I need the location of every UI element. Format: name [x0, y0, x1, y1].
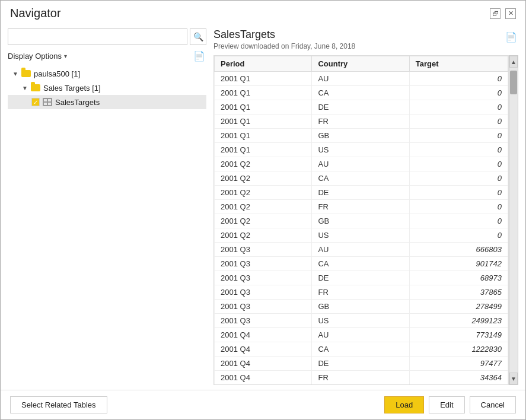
- table-cell: GB: [312, 385, 409, 386]
- table-row: 2001 Q1CA0: [215, 86, 508, 100]
- table-cell: 2001 Q4: [215, 357, 312, 371]
- table-cell: US: [312, 143, 409, 157]
- table-cell: DE: [312, 100, 409, 114]
- table-cell: 2001 Q2: [215, 157, 312, 171]
- title-bar: Navigator 🗗 ✕: [1, 1, 525, 24]
- table-cell: 2001 Q2: [215, 200, 312, 214]
- table-cell: 0: [409, 100, 508, 114]
- table-row: 2001 Q4FR34364: [215, 371, 508, 385]
- table-cell: 2001 Q4: [215, 328, 312, 342]
- search-button[interactable]: 🔍: [190, 28, 206, 45]
- tree-label-sales-targets: Sales Targets [1]: [43, 84, 101, 93]
- table-row: 2001 Q3DE68973: [215, 271, 508, 285]
- table-cell: 2001 Q1: [215, 143, 312, 157]
- scroll-track: [509, 68, 518, 373]
- table-cell: 1222830: [409, 342, 508, 357]
- scroll-thumb[interactable]: [510, 71, 517, 94]
- col-target: Target: [409, 56, 508, 72]
- preview-title: SalesTargets: [213, 28, 355, 41]
- display-options-button[interactable]: Display Options ▾: [8, 52, 67, 61]
- table-cell: US: [312, 228, 409, 243]
- tree-item-sales-targets-table[interactable]: ✓ SalesTargets: [8, 95, 206, 109]
- table-row: 2001 Q4GB246364: [215, 385, 508, 386]
- checkbox-checked-icon[interactable]: ✓: [31, 98, 40, 106]
- table-row: 2001 Q3US2499123: [215, 314, 508, 328]
- preview-subtitle: Preview downloaded on Friday, June 8, 20…: [213, 42, 355, 50]
- table-cell: 2001 Q4: [215, 342, 312, 357]
- right-content: Period Country Target 2001 Q1AU02001 Q1C…: [213, 55, 518, 385]
- dialog-title: Navigator: [10, 7, 61, 20]
- tree-area: ▼ paulsa500 [1] ▼ Sales Targets [1]: [8, 66, 206, 385]
- table-cell: FR: [312, 114, 409, 129]
- preview-icon-button[interactable]: 📄: [504, 30, 518, 44]
- table-row: 2001 Q2US0: [215, 228, 508, 243]
- table-cell: 0: [409, 143, 508, 157]
- table-row: 2001 Q4DE97477: [215, 357, 508, 371]
- footer-left: Select Related Tables: [10, 396, 107, 413]
- table-row: 2001 Q1US0: [215, 143, 508, 157]
- tree-toggle-icon-2: ▼: [22, 85, 30, 91]
- table-row: 2001 Q2FR0: [215, 200, 508, 214]
- table-row: 2001 Q4CA1222830: [215, 342, 508, 357]
- scrollbar[interactable]: ▲ ▼: [509, 55, 518, 385]
- table-cell: FR: [312, 371, 409, 385]
- load-button[interactable]: Load: [384, 396, 424, 413]
- scroll-up-button[interactable]: ▲: [509, 56, 518, 68]
- preview-title-area: SalesTargets Preview downloaded on Frida…: [213, 28, 355, 50]
- page-icon-button[interactable]: 📄: [192, 49, 206, 63]
- footer: Select Related Tables Load Edit Cancel: [1, 390, 525, 419]
- edit-button[interactable]: Edit: [429, 396, 464, 413]
- search-input[interactable]: [8, 28, 187, 45]
- display-options-label: Display Options: [8, 52, 62, 61]
- table-cell: 2001 Q1: [215, 72, 312, 86]
- options-row: Display Options ▾ 📄: [8, 49, 206, 63]
- table-cell: US: [312, 314, 409, 328]
- scroll-down-button[interactable]: ▼: [509, 373, 518, 384]
- restore-button[interactable]: 🗗: [490, 8, 501, 19]
- table-row: 2001 Q3AU666803: [215, 243, 508, 257]
- table-cell: 773149: [409, 328, 508, 342]
- table-cell: CA: [312, 257, 409, 271]
- col-period: Period: [215, 56, 312, 72]
- tree-label-paulsa500: paulsa500 [1]: [34, 69, 80, 78]
- table-cell: 2001 Q2: [215, 171, 312, 186]
- table-cell: AU: [312, 243, 409, 257]
- table-cell: 0: [409, 186, 508, 200]
- search-icon: 🔍: [193, 32, 203, 42]
- table-row: 2001 Q1AU0: [215, 72, 508, 86]
- table-cell: GB: [312, 214, 409, 228]
- table-cell: AU: [312, 328, 409, 342]
- table-row: 2001 Q2CA0: [215, 171, 508, 186]
- table-cell: GB: [312, 300, 409, 314]
- tree-label-sales-targets-table: SalesTargets: [55, 98, 100, 107]
- tree-toggle-icon: ▼: [12, 71, 21, 77]
- close-button[interactable]: ✕: [505, 8, 516, 19]
- page-icon: 📄: [193, 50, 205, 62]
- table-cell: FR: [312, 200, 409, 214]
- table-cell: 246364: [409, 385, 508, 386]
- table-container[interactable]: Period Country Target 2001 Q1AU02001 Q1C…: [213, 55, 509, 385]
- select-related-tables-button[interactable]: Select Related Tables: [10, 396, 107, 413]
- table-cell: 2499123: [409, 314, 508, 328]
- search-row: 🔍: [8, 28, 206, 45]
- cancel-button[interactable]: Cancel: [470, 396, 516, 413]
- table-cell: 278499: [409, 300, 508, 314]
- table-cell: 0: [409, 114, 508, 129]
- footer-right: Load Edit Cancel: [384, 396, 516, 413]
- table-cell: 68973: [409, 271, 508, 285]
- table-cell: 0: [409, 86, 508, 100]
- table-icon: [42, 97, 53, 107]
- dropdown-arrow-icon: ▾: [64, 53, 67, 59]
- table-cell: 2001 Q3: [215, 285, 312, 300]
- tree-item-sales-targets[interactable]: ▼ Sales Targets [1]: [8, 81, 206, 95]
- table-cell: 0: [409, 129, 508, 143]
- table-cell: 2001 Q4: [215, 371, 312, 385]
- table-cell: 0: [409, 171, 508, 186]
- table-cell: DE: [312, 271, 409, 285]
- table-cell: 0: [409, 200, 508, 214]
- table-cell: 2001 Q1: [215, 129, 312, 143]
- table-cell: 2001 Q1: [215, 100, 312, 114]
- table-cell: 666803: [409, 243, 508, 257]
- tree-item-paulsa500[interactable]: ▼ paulsa500 [1]: [8, 66, 206, 81]
- table-cell: 2001 Q3: [215, 314, 312, 328]
